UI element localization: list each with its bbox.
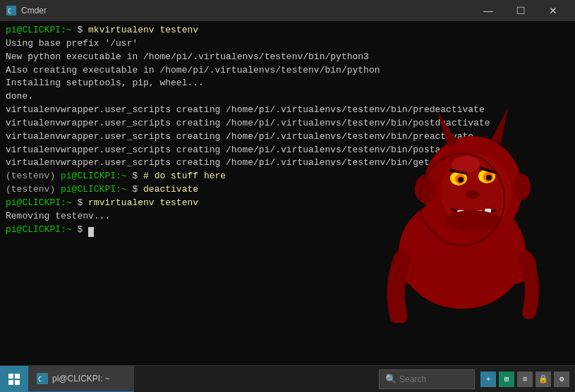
svg-text:C: C (8, 8, 11, 15)
start-button[interactable] (0, 366, 28, 393)
svg-text:C: C (38, 376, 42, 383)
terminal-line: New python executable in /home/pi/.virtu… (6, 51, 569, 64)
maximize-button[interactable]: ☐ (504, 0, 537, 21)
terminal-line: Using base prefix '/usr' (6, 37, 569, 51)
title-bar: C Cmder — ☐ ✕ (0, 0, 575, 21)
svg-point-20 (444, 210, 501, 231)
svg-marker-5 (490, 108, 508, 143)
svg-marker-4 (437, 111, 459, 147)
terminal-line: Installing setuptools, pip, wheel... (6, 77, 569, 90)
svg-point-27 (452, 156, 480, 173)
terminal-line: pi@CLICKPI:~ $ mkvirtualenv testenv (6, 24, 569, 37)
taskbar-app-icon: C (37, 373, 48, 384)
search-input[interactable] (399, 374, 463, 384)
search-icon: 🔍 (385, 374, 397, 385)
svg-rect-30 (8, 380, 13, 385)
minimize-button[interactable]: — (472, 0, 504, 21)
terminal-area[interactable]: pi@CLICKPI:~ $ mkvirtualenv testenv Usin… (0, 21, 575, 365)
taskbar-right-area: + ⊞ ≡ 🔒 ⚙ (475, 372, 575, 387)
taskbar-btn-5[interactable]: ⚙ (554, 372, 569, 387)
taskbar-btn-1[interactable]: + (480, 372, 496, 387)
taskbar-app-label: pi@CLICKPI: ~ (52, 374, 110, 384)
close-button[interactable]: ✕ (537, 0, 569, 21)
svg-rect-29 (15, 374, 20, 379)
app-icon: C (6, 5, 17, 16)
window-controls: — ☐ ✕ (472, 0, 569, 21)
svg-point-12 (486, 175, 492, 180)
svg-rect-28 (8, 374, 13, 379)
svg-point-11 (458, 177, 464, 183)
svg-point-15 (466, 190, 480, 199)
terminal-line: Also creating executable in /home/pi/.vi… (6, 64, 569, 78)
taskbar-btn-2[interactable]: ⊞ (499, 372, 514, 387)
devil-mascot (370, 97, 554, 323)
taskbar-search-box[interactable]: 🔍 (379, 369, 475, 389)
taskbar-btn-4[interactable]: 🔒 (535, 372, 551, 387)
taskbar-btn-3[interactable]: ≡ (517, 372, 533, 387)
svg-point-21 (415, 175, 436, 203)
taskbar-app-cmder[interactable]: C pi@CLICKPI: ~ (28, 366, 134, 393)
svg-rect-31 (15, 380, 20, 385)
svg-point-22 (514, 174, 531, 200)
window-title: Cmder (21, 6, 472, 16)
taskbar: C pi@CLICKPI: ~ 🔍 + ⊞ ≡ 🔒 ⚙ (0, 365, 575, 392)
